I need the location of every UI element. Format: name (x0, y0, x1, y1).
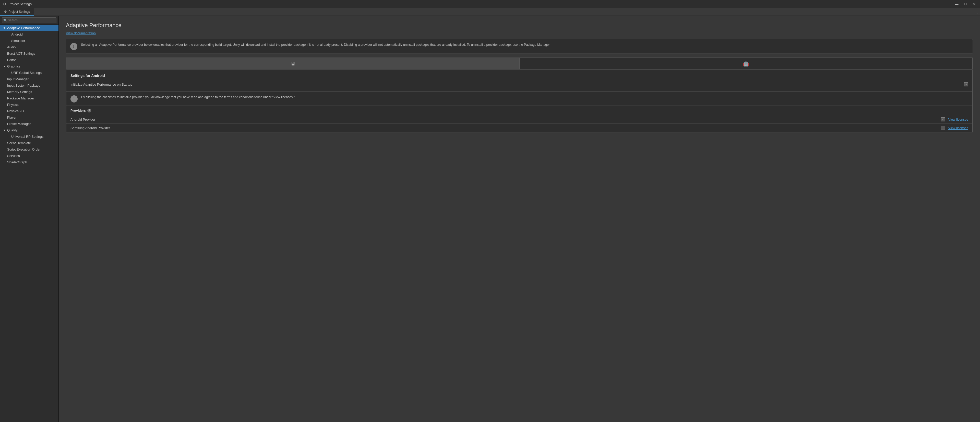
platform-tabs: 🖥 🤖 (66, 58, 973, 70)
info-icon: ! (70, 43, 77, 50)
warn-message: By clicking the checkbox to install a pr… (81, 95, 295, 100)
view-documentation-link[interactable]: View documentation (66, 31, 96, 35)
initialize-row: Initialize Adaptive Performance on Start… (70, 81, 968, 88)
sidebar-item-input-system-package[interactable]: Input System Package (0, 82, 59, 89)
tab-more-button[interactable]: ⋮ (974, 8, 980, 16)
window-controls: — □ ✕ (954, 2, 977, 6)
view-licenses-link-1[interactable]: View licenses (948, 126, 968, 130)
providers-header: Providers ? (67, 106, 972, 115)
initialize-checkbox[interactable] (964, 82, 968, 86)
sidebar-item-scene-template[interactable]: Scene Template (0, 140, 59, 146)
settings-section-block: 🖥 🤖 Settings for Android Initialize Adap… (66, 58, 973, 133)
sidebar-item-editor[interactable]: Editor (0, 57, 59, 63)
sidebar-item-player[interactable]: Player (0, 114, 59, 121)
sidebar-item-universal-rp-settings[interactable]: Universal RP Settings (0, 133, 59, 140)
info-message: Selecting an Adaptive Performance provid… (81, 42, 550, 47)
sidebar-item-simulator[interactable]: Simulator (0, 38, 59, 44)
provider-checkbox-0[interactable] (941, 117, 945, 121)
sidebar-item-graphics[interactable]: ▼Graphics (0, 63, 59, 70)
sidebar-item-quality[interactable]: ▼Quality (0, 127, 59, 133)
arrow-icon: ▼ (3, 129, 6, 132)
search-input[interactable] (2, 18, 56, 23)
desktop-icon: 🖥 (290, 61, 296, 67)
android-settings-panel: Settings for Android Initialize Adaptive… (66, 70, 973, 92)
title-bar: ⚙ Project Settings — □ ✕ (0, 0, 980, 8)
sidebar-item-script-execution-order[interactable]: Script Execution Order (0, 146, 59, 153)
sidebar-search-section: 🔍 (0, 16, 59, 25)
tab-bar: ⚙ Project Settings ⋮ (0, 8, 980, 16)
sidebar-item-input-manager[interactable]: Input Manager (0, 76, 59, 82)
android-icon: 🤖 (743, 61, 749, 67)
sidebar-item-android[interactable]: Android (0, 31, 59, 38)
view-licenses-link-0[interactable]: View licenses (948, 118, 968, 121)
page-title: Adaptive Performance (66, 22, 973, 29)
warn-box: ! By clicking the checkbox to install a … (66, 92, 973, 106)
provider-name-0: Android Provider (70, 118, 938, 121)
sidebar-item-urp-global-settings[interactable]: URP Global Settings (0, 70, 59, 76)
provider-name-1: Samsung Android Provider (70, 126, 938, 130)
close-button[interactable]: ✕ (972, 2, 977, 6)
sidebar-item-package-manager[interactable]: Package Manager (0, 95, 59, 101)
window-title: Project Settings (8, 2, 32, 6)
sidebar-item-preset-manager[interactable]: Preset Manager (0, 121, 59, 127)
app-icon: ⚙ (3, 2, 6, 6)
tab-icon: ⚙ (4, 10, 7, 14)
initialize-label: Initialize Adaptive Performance on Start… (70, 83, 961, 86)
arrow-icon: ▼ (3, 27, 6, 29)
provider-checkbox-1[interactable] (941, 126, 945, 130)
providers-section: Providers ? Android Provider View licens… (66, 106, 973, 132)
sidebar-item-memory-settings[interactable]: Memory Settings (0, 89, 59, 95)
tab-label: Project Settings (8, 10, 30, 14)
main-content: Adaptive Performance View documentation … (59, 16, 980, 422)
maximize-button[interactable]: □ (964, 2, 968, 6)
sidebar-item-services[interactable]: Services (0, 153, 59, 159)
sidebar: 🔍 ▼Adaptive PerformanceAndroidSimulatorA… (0, 16, 59, 422)
minimize-button[interactable]: — (954, 2, 959, 6)
sidebar-items-container: ▼Adaptive PerformanceAndroidSimulatorAud… (0, 25, 59, 165)
arrow-icon: ▼ (3, 65, 6, 68)
tab-desktop[interactable]: 🖥 (67, 58, 520, 69)
tab-project-settings[interactable]: ⚙ Project Settings (0, 8, 34, 16)
sidebar-item-adaptive-performance[interactable]: ▼Adaptive Performance (0, 25, 59, 31)
settings-section-title: Settings for Android (70, 74, 968, 78)
main-layout: 🔍 ▼Adaptive PerformanceAndroidSimulatorA… (0, 16, 980, 422)
sidebar-item-audio[interactable]: Audio (0, 44, 59, 50)
providers-label: Providers (70, 109, 86, 112)
sidebar-item-physics[interactable]: Physics (0, 101, 59, 108)
provider-row-1: Samsung Android Provider View licenses (67, 123, 972, 132)
tab-android[interactable]: 🤖 (520, 58, 973, 69)
sidebar-item-burst-aot-settings[interactable]: Burst AOT Settings (0, 50, 59, 57)
warn-icon: ! (70, 95, 78, 102)
sidebar-item-physics-2d[interactable]: Physics 2D (0, 108, 59, 114)
info-box: ! Selecting an Adaptive Performance prov… (66, 39, 973, 53)
provider-row-0: Android Provider View licenses (67, 115, 972, 123)
providers-help-icon[interactable]: ? (88, 109, 91, 112)
search-icon: 🔍 (3, 19, 7, 22)
sidebar-item-shadergraph[interactable]: ShaderGraph (0, 159, 59, 165)
providers-list: Android Provider View licenses Samsung A… (67, 115, 972, 132)
